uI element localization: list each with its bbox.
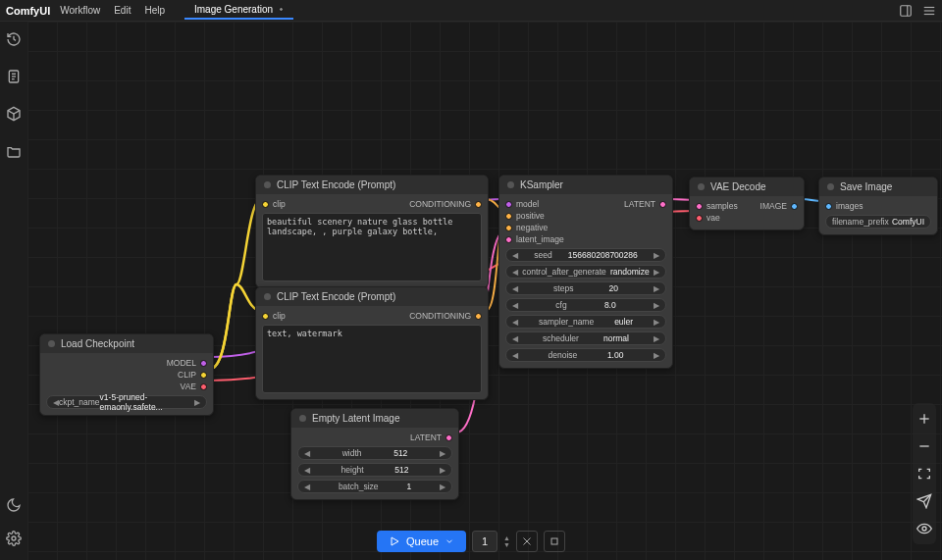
port-clip-in: clip bbox=[273, 311, 286, 321]
port-images-in: images bbox=[836, 201, 863, 211]
node-header[interactable]: Load Checkpoint bbox=[40, 334, 213, 353]
node-title: CLIP Text Encode (Prompt) bbox=[277, 291, 395, 302]
tab-label: Image Generation bbox=[194, 4, 273, 15]
bottom-bar: Queue 1 ▲▼ bbox=[377, 531, 565, 552]
port-model-out: MODEL bbox=[167, 358, 196, 368]
chevron-down-icon bbox=[445, 536, 454, 546]
port-dot[interactable] bbox=[505, 201, 512, 208]
port-dot[interactable] bbox=[445, 434, 452, 441]
port-dot[interactable] bbox=[200, 372, 207, 379]
port-latent-out: LATENT bbox=[410, 433, 442, 442]
menu-help[interactable]: Help bbox=[144, 5, 165, 16]
port-dot[interactable] bbox=[696, 203, 703, 210]
close-icon bbox=[521, 535, 533, 547]
node-clip-text-encode-negative[interactable]: CLIP Text Encode (Prompt) clip CONDITION… bbox=[255, 286, 489, 400]
port-samples-in: samples bbox=[706, 201, 738, 211]
port-dot[interactable] bbox=[505, 236, 512, 243]
steps-widget[interactable]: ◀steps20▶ bbox=[505, 281, 666, 295]
port-model-in: model bbox=[516, 199, 539, 209]
node-save-image[interactable]: Save Image images filename_prefixComfyUI bbox=[818, 177, 938, 235]
node-vae-decode[interactable]: VAE Decode samplesIMAGE vae bbox=[689, 177, 805, 230]
locate-icon[interactable] bbox=[916, 493, 932, 509]
node-title: Empty Latent Image bbox=[312, 413, 400, 424]
ckpt-name-widget[interactable]: ◀ckpt_namev1-5-pruned-emaonly.safete...▶ bbox=[46, 395, 207, 409]
denoise-widget[interactable]: ◀denoise1.00▶ bbox=[505, 348, 666, 362]
port-dot[interactable] bbox=[262, 201, 269, 208]
queue-button[interactable]: Queue bbox=[377, 531, 466, 552]
port-dot[interactable] bbox=[696, 215, 703, 222]
port-dot[interactable] bbox=[200, 360, 207, 367]
queue-count-input[interactable]: 1 bbox=[472, 531, 497, 552]
play-icon bbox=[389, 535, 400, 547]
node-ksampler[interactable]: KSampler modelLATENT positive negative l… bbox=[498, 175, 673, 369]
queue-count-stepper[interactable]: ▲▼ bbox=[503, 535, 510, 548]
node-empty-latent-image[interactable]: Empty Latent Image LATENT ◀width512▶ ◀he… bbox=[290, 408, 459, 500]
top-bar: ComfyUI Workflow Edit Help Image Generat… bbox=[0, 0, 942, 22]
node-header[interactable]: Empty Latent Image bbox=[291, 409, 458, 428]
tab-modified-dot bbox=[279, 7, 284, 12]
node-header[interactable]: KSampler bbox=[499, 176, 672, 194]
stop-icon bbox=[549, 535, 560, 547]
node-header[interactable]: VAE Decode bbox=[690, 178, 804, 196]
port-dot[interactable] bbox=[505, 225, 512, 231]
port-image-out: IMAGE bbox=[760, 201, 787, 211]
port-dot[interactable] bbox=[505, 213, 512, 220]
width-widget[interactable]: ◀width512▶ bbox=[297, 446, 452, 460]
sampler-name-widget[interactable]: ◀sampler_nameeuler▶ bbox=[505, 315, 666, 329]
theme-icon[interactable] bbox=[6, 497, 22, 513]
history-icon[interactable] bbox=[6, 31, 22, 47]
tab-image-generation[interactable]: Image Generation bbox=[184, 1, 293, 20]
hamburger-icon[interactable] bbox=[922, 4, 936, 18]
port-clip-in: clip bbox=[273, 199, 286, 209]
menu-edit[interactable]: Edit bbox=[114, 5, 131, 16]
cancel-button[interactable] bbox=[516, 531, 538, 552]
visibility-icon[interactable] bbox=[916, 521, 932, 536]
fit-view-icon[interactable] bbox=[916, 466, 932, 482]
scheduler-widget[interactable]: ◀schedulernormal▶ bbox=[505, 331, 666, 345]
port-dot[interactable] bbox=[825, 203, 832, 210]
height-widget[interactable]: ◀height512▶ bbox=[297, 463, 452, 477]
node-header[interactable]: CLIP Text Encode (Prompt) bbox=[256, 176, 488, 194]
svg-point-10 bbox=[12, 536, 16, 540]
port-conditioning-out: CONDITIONING bbox=[409, 199, 471, 209]
node-title: KSampler bbox=[520, 179, 563, 190]
svg-rect-0 bbox=[901, 5, 912, 16]
settings-icon[interactable] bbox=[6, 531, 22, 546]
layout-icon[interactable] bbox=[899, 4, 913, 18]
port-vae-in: vae bbox=[706, 213, 720, 223]
port-conditioning-out: CONDITIONING bbox=[409, 311, 471, 321]
zoom-in-icon[interactable] bbox=[916, 411, 932, 427]
svg-marker-15 bbox=[392, 537, 398, 545]
node-canvas[interactable]: Load Checkpoint MODEL CLIP VAE ◀ckpt_nam… bbox=[27, 22, 942, 560]
left-rail bbox=[0, 22, 27, 560]
port-dot[interactable] bbox=[475, 313, 482, 320]
port-dot[interactable] bbox=[791, 203, 798, 210]
port-dot[interactable] bbox=[262, 313, 269, 320]
node-title: VAE Decode bbox=[710, 181, 766, 192]
node-header[interactable]: CLIP Text Encode (Prompt) bbox=[256, 287, 488, 306]
batch-size-widget[interactable]: ◀batch_size1▶ bbox=[297, 480, 452, 493]
control-after-generate-widget[interactable]: ◀control_after_generaterandomize▶ bbox=[505, 265, 666, 279]
seed-widget[interactable]: ◀seed156680208700286▶ bbox=[505, 248, 666, 262]
node-header[interactable]: Save Image bbox=[819, 178, 937, 196]
canvas-tools bbox=[913, 403, 936, 544]
notes-icon[interactable] bbox=[6, 69, 22, 84]
box-icon[interactable] bbox=[6, 106, 22, 122]
port-dot[interactable] bbox=[200, 383, 207, 390]
filename-prefix-widget[interactable]: filename_prefixComfyUI bbox=[825, 215, 931, 229]
stop-button[interactable] bbox=[544, 531, 565, 552]
queue-label: Queue bbox=[406, 535, 439, 547]
svg-point-14 bbox=[922, 527, 926, 531]
cfg-widget[interactable]: ◀cfg8.0▶ bbox=[505, 298, 666, 312]
port-dot[interactable] bbox=[475, 201, 482, 208]
menu-workflow[interactable]: Workflow bbox=[60, 5, 100, 16]
node-clip-text-encode-positive[interactable]: CLIP Text Encode (Prompt) clip CONDITION… bbox=[255, 175, 489, 288]
node-load-checkpoint[interactable]: Load Checkpoint MODEL CLIP VAE ◀ckpt_nam… bbox=[39, 333, 214, 416]
port-dot[interactable] bbox=[659, 201, 666, 208]
port-latent-in: latent_image bbox=[516, 234, 564, 244]
prompt-textarea[interactable]: text, watermark bbox=[262, 325, 482, 393]
folder-icon[interactable] bbox=[6, 143, 22, 159]
zoom-out-icon[interactable] bbox=[916, 438, 932, 454]
port-clip-out: CLIP bbox=[178, 370, 196, 380]
prompt-textarea[interactable]: beautiful scenery nature glass bottle la… bbox=[262, 213, 482, 281]
